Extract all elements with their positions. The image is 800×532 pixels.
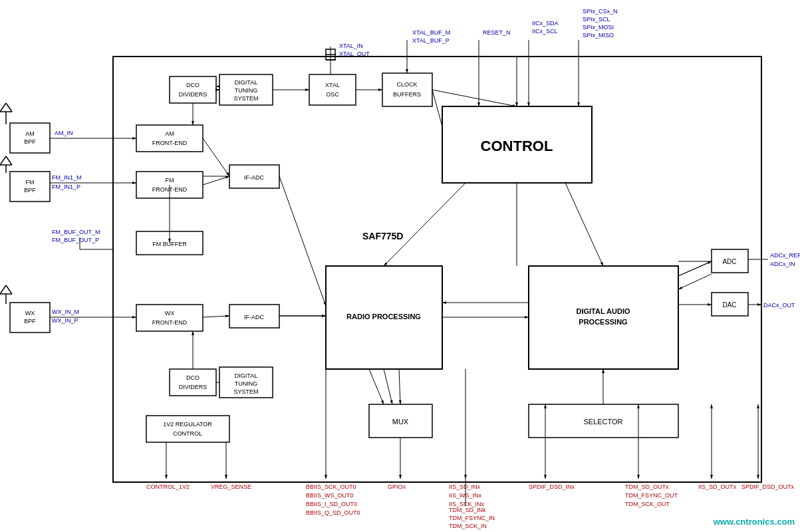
tdm-fsync-in-label: TDM_FSYNC_IN <box>449 515 495 521</box>
watermark: www.cntronics.com <box>714 517 795 527</box>
wx-in-p-label: WX_IN_P <box>52 317 78 324</box>
svg-text:OSC: OSC <box>326 91 339 98</box>
dts-1-label: DIGITAL <box>235 79 257 86</box>
reset-n-label: RESET_N <box>483 29 511 36</box>
fm-buf-out-p-label: FM_BUF_OUT_P <box>52 237 99 243</box>
svg-text:TUNING: TUNING <box>235 87 258 94</box>
tdm-sck-in-label: TDM_SCK_IN <box>449 523 487 529</box>
svg-text:BPF: BPF <box>24 187 36 194</box>
selector-label: SELECTOR <box>583 418 622 426</box>
xtal-buf-p-label: XTAL_BUF_P <box>412 37 450 44</box>
am-frontend-label: AM <box>165 130 174 137</box>
adcx-in-label: ADCx_IN <box>770 261 795 267</box>
svg-text:BPF: BPF <box>24 138 36 145</box>
spix-cs-n-label: SPIx_CSx_N <box>583 8 618 15</box>
svg-text:BUFFERS: BUFFERS <box>393 91 421 98</box>
am-bpf-label: AM <box>25 130 35 137</box>
fm-buf-out-m-label: FM_BUF_OUT_M <box>52 229 100 235</box>
svg-text:FRONT-END: FRONT-END <box>152 319 188 326</box>
bbiis-q-sd-label: BBIIS_Q_SD_OUT0 <box>306 509 360 516</box>
control-label: CONTROL <box>481 138 553 154</box>
control-1v2-label: CONTROL_1V2 <box>146 483 190 490</box>
am-in-label: AM_IN <box>55 130 73 136</box>
gpiox-label: GPIOx <box>388 483 406 490</box>
fm-bpf-label: FM <box>26 179 35 186</box>
spix-mosi-label: SPIx_MOSI <box>583 24 614 31</box>
tdm-sck-out-label: TDM_SCK_OUT <box>625 501 670 507</box>
dap-label: DIGITAL AUDIO <box>576 307 630 315</box>
block-diagram: SAF775D AM BPF FM BPF WX BPF AM_IN FM_IN… <box>0 0 800 532</box>
bbiis-i-sd-label: BBIIS_I_SD_OUT0 <box>306 501 357 507</box>
if-adc-2-label: IF-ADC <box>244 314 264 321</box>
svg-text:FRONT-END: FRONT-END <box>152 140 188 146</box>
bbiis-sck-label: BBIIS_SCK_OUT0 <box>306 483 356 490</box>
tdm-sd-ink-label: TDM_SD_INk <box>449 507 486 513</box>
tdm-fsync-out-label: TDM_FSYNC_OUT <box>625 492 678 499</box>
fm-in1-p-label: FM_IN1_P <box>52 184 80 190</box>
wx-bpf-label: WX <box>25 310 35 317</box>
radio-proc-label: RADIO PROCESSING <box>346 313 421 321</box>
mux-label: MUX <box>392 418 409 426</box>
dco-div-1-label: DCO <box>186 82 200 88</box>
fm-frontend-label: FM <box>166 177 174 184</box>
svg-text:PROCESSING: PROCESSING <box>579 318 627 326</box>
svg-text:SYSTEM: SYSTEM <box>233 388 258 395</box>
spix-miso-label: SPIx_MISO <box>583 32 614 39</box>
xtal-out-label: XTAL_OUT <box>339 51 370 57</box>
tdm-sd-outx-label: TDM_SD_OUTx <box>625 483 669 490</box>
wx-frontend-label: WX <box>165 310 175 317</box>
vreg-sense-label: VREG_SENSE <box>211 483 251 490</box>
dacx-out-label: DACx_OUT <box>763 302 795 309</box>
iicx-sda-label: IICx_SDA <box>532 20 559 27</box>
if-adc-1-label: IF-ADC <box>244 174 264 181</box>
svg-text:DIVIDERS: DIVIDERS <box>179 91 207 98</box>
saf-label: SAF775D <box>362 231 403 241</box>
spix-scl-label: SPIx_SCL <box>583 16 610 23</box>
svg-text:SYSTEM: SYSTEM <box>233 95 258 102</box>
iis-sd-inx-label: IIS_SD_INx <box>449 483 481 490</box>
dco-div-2-label: DCO <box>186 374 200 381</box>
iicx-scl-label: IICx_SCL <box>532 28 558 35</box>
fm-in1-m-label: FM_IN1_M <box>52 174 82 181</box>
svg-text:TUNING: TUNING <box>235 380 258 387</box>
bbiis-ws-label: BBIIS_WS_OUT0 <box>306 492 354 499</box>
adcx-ref-label: ADCx_REF <box>770 252 800 259</box>
svg-text:CONTROL: CONTROL <box>173 430 202 437</box>
regulator-label: 1V2 REGULATOR <box>163 421 212 428</box>
xtal-osc-label: XTAL <box>325 82 340 88</box>
svg-text:DIVIDERS: DIVIDERS <box>179 384 207 390</box>
clock-buf-label: CLOCK <box>396 81 417 88</box>
xtal-buf-m-label: XTAL_BUF_M <box>412 29 450 36</box>
xtal-in-label: XTAL_IN <box>339 43 363 49</box>
spdif-dsd-outx-label: SPDIF_DSD_OUTx <box>741 483 795 490</box>
spdif-dsd-inx-label: SPDIF_DSD_INx <box>529 483 575 490</box>
dts-2-label: DIGITAL <box>235 372 257 379</box>
wx-in-m-label: WX_IN_M <box>52 309 79 315</box>
svg-text:BPF: BPF <box>24 318 36 325</box>
iis-sd-outx-label: IIS_SD_OUTx <box>698 483 737 490</box>
dac-label: DAC <box>722 301 736 309</box>
adc-label: ADC <box>722 258 736 265</box>
